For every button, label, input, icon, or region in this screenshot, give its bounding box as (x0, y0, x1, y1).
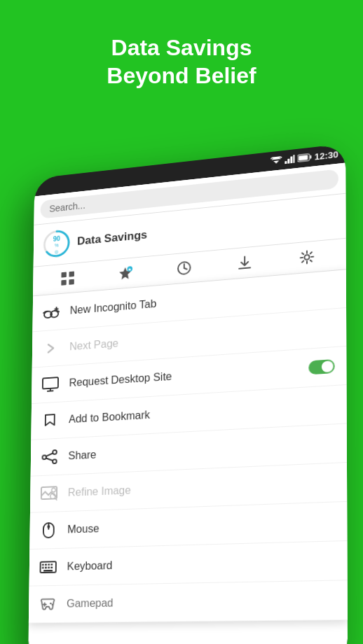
address-bar-text: Search... (49, 200, 85, 214)
svg-rect-54 (50, 567, 53, 568)
svg-rect-7 (299, 155, 308, 160)
keyboard-icon (39, 558, 56, 575)
battery-icon (297, 153, 311, 162)
gamepad-label: Gamepad (67, 597, 114, 610)
svg-rect-52 (45, 567, 47, 568)
clock-icon[interactable] (173, 256, 195, 279)
svg-rect-30 (43, 377, 58, 388)
menu-item-keyboard[interactable]: Keyboard (29, 541, 348, 587)
share-label: Share (68, 449, 96, 462)
svg-rect-16 (69, 279, 74, 285)
desktop-site-toggle[interactable] (308, 359, 334, 374)
settings-icon[interactable] (296, 245, 319, 269)
svg-rect-47 (42, 564, 44, 566)
request-desktop-site-label: Request Desktop Site (69, 370, 172, 389)
svg-point-35 (42, 455, 46, 459)
svg-line-37 (46, 454, 53, 456)
add-to-bookmark-label: Add to Bookmark (69, 409, 150, 426)
svg-point-25 (304, 255, 309, 260)
signal-icon (285, 155, 294, 164)
incognito-icon (43, 303, 60, 321)
svg-text:90: 90 (53, 234, 60, 243)
phone-inner: 12:30 Search... 90 % (28, 144, 348, 644)
hero-title: Data Savings Beyond Belief (0, 34, 363, 90)
desktop-site-icon (42, 375, 59, 393)
svg-marker-33 (46, 414, 55, 426)
gamepad-icon (39, 595, 56, 612)
svg-line-38 (46, 458, 53, 461)
mouse-label: Mouse (67, 523, 99, 536)
hero-title-line1: Data Savings (111, 35, 252, 60)
grid-icon[interactable] (57, 267, 78, 289)
svg-rect-4 (293, 155, 294, 163)
svg-point-58 (50, 603, 52, 605)
bookmark-icon (41, 412, 58, 430)
svg-rect-49 (48, 564, 50, 565)
svg-rect-48 (45, 564, 47, 565)
screen-content: Search... 90 % Data Savings (28, 163, 348, 644)
svg-point-36 (53, 459, 57, 463)
svg-rect-55 (43, 570, 53, 572)
svg-line-24 (239, 267, 250, 268)
svg-line-22 (184, 268, 187, 270)
hero-title-line2: Beyond Belief (107, 63, 256, 88)
context-menu: New Incognito Tab Next Page (29, 269, 348, 623)
svg-rect-1 (285, 161, 287, 164)
svg-rect-13 (61, 272, 66, 278)
svg-point-40 (52, 488, 56, 492)
svg-text:%: % (55, 243, 59, 248)
svg-rect-6 (310, 155, 311, 159)
download-icon[interactable] (233, 251, 256, 274)
status-icons: 12:30 (270, 149, 338, 167)
menu-item-gamepad[interactable]: Gamepad (29, 580, 348, 623)
new-incognito-tab-label: New Incognito Tab (70, 298, 157, 316)
refine-image-label: Refine Image (68, 484, 131, 499)
svg-rect-2 (287, 159, 289, 164)
svg-marker-0 (273, 160, 279, 164)
svg-point-34 (53, 450, 57, 454)
refine-image-icon (41, 484, 57, 503)
svg-rect-51 (42, 567, 44, 568)
svg-rect-15 (61, 280, 66, 286)
hero-section: Data Savings Beyond Belief (0, 0, 363, 111)
phone-mockup: 12:30 Search... 90 % (28, 144, 348, 644)
svg-rect-53 (48, 567, 50, 568)
keyboard-label: Keyboard (67, 559, 113, 573)
mouse-icon (40, 522, 57, 540)
svg-rect-45 (48, 525, 50, 528)
wifi-icon (270, 156, 282, 165)
svg-rect-50 (50, 564, 53, 565)
next-page-label: Next Page (69, 337, 118, 353)
star-icon[interactable]: ★ (114, 262, 135, 285)
status-time: 12:30 (315, 149, 338, 162)
next-page-icon (42, 340, 59, 358)
data-savings-label: Data Savings (77, 228, 147, 248)
share-icon (41, 448, 57, 466)
data-savings-badge: 90 % (42, 228, 71, 260)
svg-rect-14 (69, 272, 74, 277)
svg-rect-3 (290, 156, 292, 163)
svg-point-12 (55, 250, 59, 254)
